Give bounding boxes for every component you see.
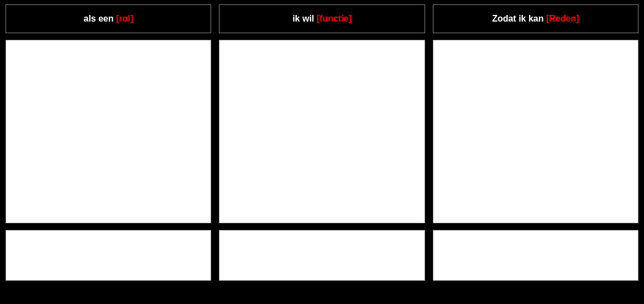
content-reason[interactable] [433,40,638,223]
content-function[interactable] [219,40,425,223]
header-role-bracket: [rol] [116,14,133,24]
header-reason-bracket: [Reden] [546,14,579,24]
footer-role[interactable] [6,230,211,281]
content-role[interactable] [6,40,211,223]
header-function: ik wil [functie] [219,4,425,33]
header-role: als een [rol] [6,4,211,33]
header-reason: Zodat ik kan [Reden] [433,4,638,33]
header-role-prefix: als een [83,14,116,24]
header-reason-prefix: Zodat ik kan [492,14,546,24]
header-function-bracket: [functie] [317,14,352,24]
header-function-prefix: ik wil [292,14,317,24]
footer-function[interactable] [219,230,425,281]
footer-reason[interactable] [433,230,638,281]
storyboard-grid: als een [rol] ik wil [functie] Zodat ik … [6,4,638,300]
